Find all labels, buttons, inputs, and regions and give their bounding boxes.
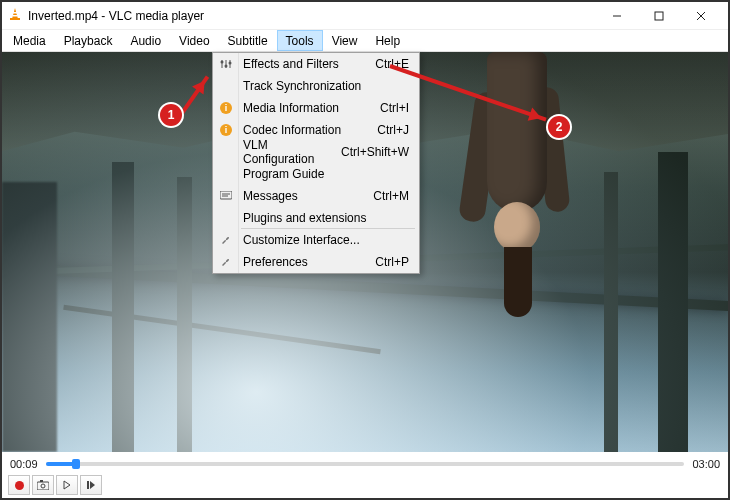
tools-dropdown: Effects and Filters Ctrl+E Track Synchro… bbox=[212, 52, 420, 274]
camera-icon bbox=[37, 480, 49, 490]
step-icon bbox=[86, 480, 96, 490]
info-icon: i bbox=[218, 100, 234, 116]
window-title: Inverted.mp4 - VLC media player bbox=[28, 9, 596, 23]
menu-item-label: Preferences bbox=[243, 255, 375, 269]
wrench-icon bbox=[218, 232, 234, 248]
wrench-icon bbox=[218, 254, 234, 270]
messages-icon bbox=[218, 188, 234, 204]
snapshot-button[interactable] bbox=[32, 475, 54, 495]
titlebar: Inverted.mp4 - VLC media player bbox=[2, 2, 728, 30]
svg-rect-1 bbox=[13, 12, 17, 14]
time-total[interactable]: 03:00 bbox=[692, 458, 720, 470]
record-icon bbox=[15, 481, 24, 490]
annotation-callout-1: 1 bbox=[160, 104, 182, 126]
marker-a-icon bbox=[62, 480, 72, 490]
svg-point-13 bbox=[229, 62, 232, 65]
menu-item-shortcut: Ctrl+P bbox=[375, 255, 419, 269]
controls-bar bbox=[2, 472, 728, 498]
seek-slider[interactable] bbox=[46, 459, 685, 469]
annotation-callout-2: 2 bbox=[548, 116, 570, 138]
menu-item-vlm-config[interactable]: VLM Configuration Ctrl+Shift+W bbox=[213, 141, 419, 163]
menu-item-label: Codec Information bbox=[243, 123, 377, 137]
menu-item-shortcut: Ctrl+Shift+W bbox=[341, 145, 419, 159]
menu-item-label: VLM Configuration bbox=[243, 138, 341, 166]
menu-item-program-guide[interactable]: Program Guide bbox=[213, 163, 419, 185]
svg-marker-20 bbox=[64, 481, 70, 489]
menu-item-effects-filters[interactable]: Effects and Filters Ctrl+E bbox=[213, 53, 419, 75]
menubar: Media Playback Audio Video Subtitle Tool… bbox=[2, 30, 728, 52]
svg-point-11 bbox=[221, 61, 224, 64]
menu-view[interactable]: View bbox=[323, 30, 367, 51]
vlc-cone-icon bbox=[8, 7, 22, 24]
menu-item-preferences[interactable]: Preferences Ctrl+P bbox=[213, 251, 419, 273]
svg-rect-5 bbox=[655, 12, 663, 20]
svg-marker-22 bbox=[90, 481, 95, 489]
menu-tools[interactable]: Tools bbox=[277, 30, 323, 51]
svg-rect-21 bbox=[87, 481, 89, 489]
menu-item-shortcut: Ctrl+J bbox=[377, 123, 419, 137]
menu-item-label: Effects and Filters bbox=[243, 57, 375, 71]
menu-item-shortcut: Ctrl+I bbox=[380, 101, 419, 115]
menu-subtitle[interactable]: Subtitle bbox=[219, 30, 277, 51]
menu-item-track-sync[interactable]: Track Synchronization bbox=[213, 75, 419, 97]
record-button[interactable] bbox=[8, 475, 30, 495]
minimize-button[interactable] bbox=[596, 2, 638, 30]
loop-a-button[interactable] bbox=[56, 475, 78, 495]
menu-item-media-info[interactable]: i Media Information Ctrl+I bbox=[213, 97, 419, 119]
time-elapsed[interactable]: 00:09 bbox=[10, 458, 38, 470]
menu-help[interactable]: Help bbox=[366, 30, 409, 51]
menu-item-plugins[interactable]: Plugins and extensions bbox=[213, 207, 419, 229]
menu-item-label: Track Synchronization bbox=[243, 79, 419, 93]
seek-row: 00:09 03:00 bbox=[2, 452, 728, 472]
menu-item-label: Plugins and extensions bbox=[243, 211, 419, 225]
close-button[interactable] bbox=[680, 2, 722, 30]
svg-point-12 bbox=[225, 65, 228, 68]
svg-rect-14 bbox=[220, 191, 232, 199]
menu-media[interactable]: Media bbox=[4, 30, 55, 51]
svg-point-18 bbox=[41, 484, 45, 488]
menu-playback[interactable]: Playback bbox=[55, 30, 122, 51]
menu-item-label: Customize Interface... bbox=[243, 233, 419, 247]
svg-rect-17 bbox=[37, 482, 49, 490]
menu-item-customize-interface[interactable]: Customize Interface... bbox=[213, 229, 419, 251]
menu-video[interactable]: Video bbox=[170, 30, 218, 51]
svg-rect-3 bbox=[10, 18, 20, 20]
frame-step-button[interactable] bbox=[80, 475, 102, 495]
info-icon: i bbox=[218, 122, 234, 138]
svg-rect-2 bbox=[13, 15, 18, 17]
menu-item-label: Messages bbox=[243, 189, 373, 203]
maximize-button[interactable] bbox=[638, 2, 680, 30]
menu-item-label: Program Guide bbox=[243, 167, 419, 181]
menu-item-label: Media Information bbox=[243, 101, 380, 115]
menu-item-messages[interactable]: Messages Ctrl+M bbox=[213, 185, 419, 207]
svg-rect-19 bbox=[40, 480, 43, 482]
menu-audio[interactable]: Audio bbox=[121, 30, 170, 51]
menu-item-shortcut: Ctrl+M bbox=[373, 189, 419, 203]
sliders-icon bbox=[218, 56, 234, 72]
